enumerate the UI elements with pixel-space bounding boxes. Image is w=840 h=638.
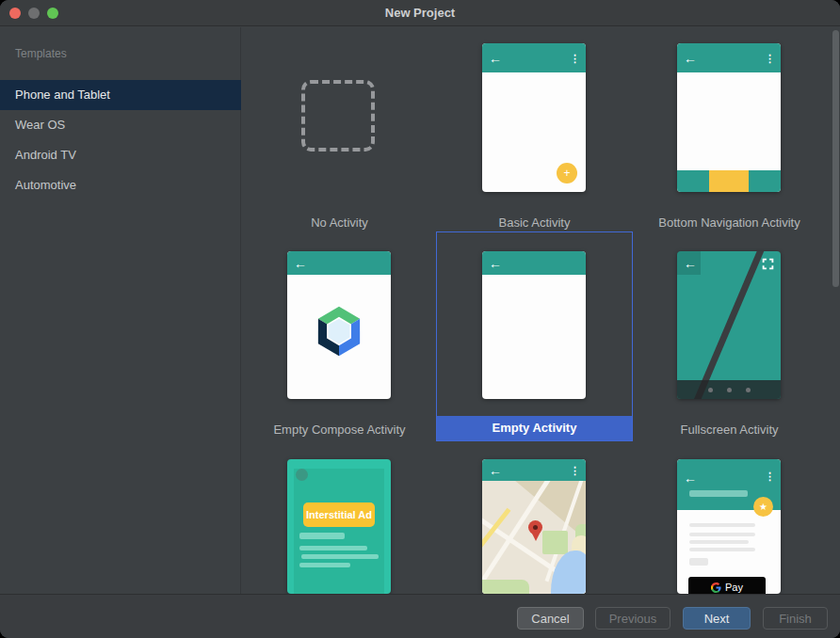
back-arrow-icon: ←: [489, 463, 502, 478]
no-activity-placeholder-icon: [301, 80, 375, 152]
vertical-scrollbar[interactable]: [832, 30, 839, 287]
google-g-icon: [711, 582, 721, 593]
gpay-button-label: Pay: [725, 582, 743, 593]
dialog-footer: Cancel Previous Next Finish: [0, 594, 840, 638]
kebab-menu-icon: ⋮: [765, 52, 775, 64]
template-label: Bottom Navigation Activity: [632, 215, 827, 230]
back-arrow-icon: ←: [684, 471, 697, 486]
back-arrow-icon: ←: [294, 256, 307, 271]
fullscreen-icon: [762, 258, 774, 270]
sidebar-header: Templates: [15, 47, 67, 60]
interstitial-ad-button: Interstitial Ad: [303, 502, 375, 527]
kebab-menu-icon: ⋮: [570, 464, 580, 476]
template-grid: No Activity ← ⋮ + Basic Activity ← ⋮: [242, 27, 840, 594]
template-label: Fullscreen Activity: [632, 423, 827, 437]
back-arrow-icon: ←: [489, 51, 502, 66]
templates-sidebar: Templates Phone and Tablet Wear OS Andro…: [0, 27, 241, 594]
nav-buttons-bar: [677, 380, 781, 399]
gpay-button: Pay: [688, 577, 766, 594]
sidebar-item-phone-and-tablet[interactable]: Phone and Tablet: [0, 80, 241, 110]
fab-plus-icon: +: [557, 163, 577, 183]
template-label: No Activity: [242, 215, 437, 230]
title-bar: New Project: [0, 0, 840, 26]
back-arrow-icon: ←: [489, 256, 502, 271]
finish-button[interactable]: Finish: [763, 607, 828, 630]
sidebar-item-automotive[interactable]: Automotive: [0, 170, 241, 200]
new-project-dialog: New Project Templates Phone and Tablet W…: [0, 0, 840, 638]
camera-dot-icon: [296, 469, 308, 481]
template-label-selected: Empty Activity: [437, 416, 632, 440]
back-arrow-icon: ←: [684, 256, 697, 271]
sidebar-item-android-tv[interactable]: Android TV: [0, 140, 241, 170]
map-preview: [482, 481, 586, 594]
next-button[interactable]: Next: [683, 607, 751, 630]
kebab-menu-icon: ⋮: [570, 52, 580, 64]
template-label: Basic Activity: [437, 215, 632, 230]
window-title: New Project: [0, 0, 840, 26]
template-label: Empty Compose Activity: [242, 423, 437, 437]
ad-screen: [294, 469, 384, 594]
jetpack-compose-logo: [314, 304, 364, 359]
back-arrow-icon: ←: [684, 51, 697, 66]
cancel-button[interactable]: Cancel: [517, 607, 584, 630]
title-placeholder-line: [689, 490, 748, 497]
sidebar-item-wear-os[interactable]: Wear OS: [0, 110, 241, 140]
star-fab-icon: ★: [753, 497, 773, 517]
bottom-nav-bar: [677, 170, 781, 192]
previous-button[interactable]: Previous: [595, 607, 670, 630]
back-button-area: ←: [677, 251, 701, 275]
kebab-menu-icon: ⋮: [765, 471, 775, 483]
